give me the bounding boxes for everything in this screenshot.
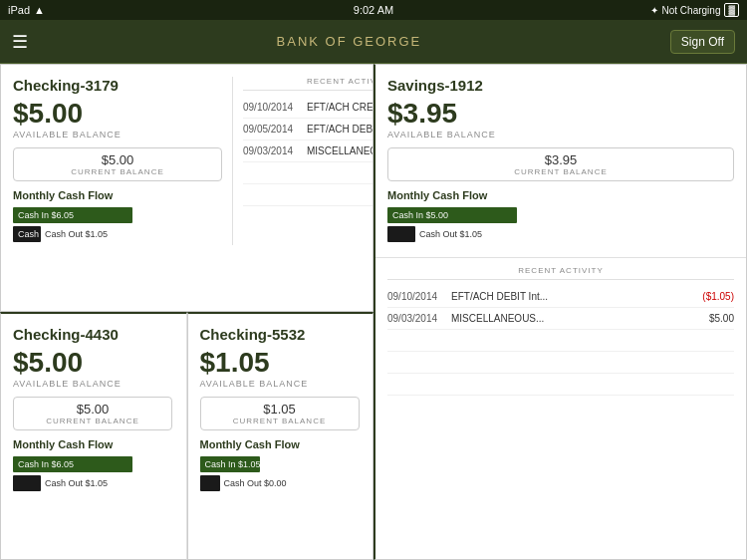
checking-3179-cashout-row: Cash Out $1.05 Cash Out $1.05 bbox=[13, 226, 222, 242]
savings-1912-current-amount: $3.95 bbox=[396, 152, 725, 167]
activity-row-empty bbox=[387, 352, 734, 374]
checking-3179-cashout-label-extra: Cash Out $1.05 bbox=[45, 229, 108, 239]
activity-row[interactable]: 09/03/2014 MISCELLANEOUS C... $5.00 bbox=[243, 140, 374, 162]
activity-date: 09/10/2014 bbox=[243, 102, 301, 113]
checking-4430-cashout-row: Cash Out $1.05 bbox=[13, 475, 174, 491]
checking-5532-available-label: AVAILABLE BALANCE bbox=[200, 379, 362, 389]
activity-row[interactable]: 09/05/2014 EFT/ACH DEBIT Inter... ($1.05… bbox=[243, 119, 374, 140]
savings-1912-cashin-row: Cash In $5.00 bbox=[387, 207, 734, 223]
savings-1912-available-label: AVAILABLE BALANCE bbox=[387, 130, 734, 140]
wifi-icon: ▲ bbox=[34, 4, 45, 16]
activity-desc: EFT/ACH CREDIT I... bbox=[307, 102, 374, 113]
activity-row-empty bbox=[387, 374, 734, 396]
savings-1912-current-box: $3.95 CURRENT BALANCE bbox=[387, 147, 734, 181]
savings-1912-cashout-bar bbox=[387, 226, 415, 242]
status-time: 9:02 AM bbox=[354, 4, 393, 16]
savings-1912-available-balance: $3.95 bbox=[387, 98, 734, 130]
activity-date: 09/10/2014 bbox=[387, 291, 445, 302]
checking-3179-available-label: AVAILABLE BALANCE bbox=[13, 130, 222, 140]
savings-1912-top: Savings-1912 $3.95 AVAILABLE BALANCE $3.… bbox=[375, 65, 746, 257]
menu-button[interactable]: ☰ bbox=[12, 31, 28, 53]
checking-3179-current-amount: $5.00 bbox=[22, 152, 213, 167]
savings-1912-current-label: CURRENT BALANCE bbox=[396, 167, 725, 176]
activity-row-empty bbox=[243, 184, 374, 206]
checking-5532-current-box: $1.05 CURRENT BALANCE bbox=[200, 397, 360, 430]
checking-3179-cashflow-title: Monthly Cash Flow bbox=[13, 189, 222, 201]
savings-1912-cashflow-title: Monthly Cash Flow bbox=[387, 189, 734, 201]
checking-4430-cashin-row: Cash In $6.05 bbox=[13, 456, 174, 472]
checking-5532-cashin-row: Cash In $1.05 bbox=[200, 456, 362, 472]
checking-5532-current-amount: $1.05 bbox=[209, 402, 351, 417]
checking-3179-left: Checking-3179 $5.00 AVAILABLE BALANCE $5… bbox=[13, 77, 232, 245]
bottom-row: Checking-4430 $5.00 AVAILABLE BALANCE $5… bbox=[0, 312, 374, 560]
checking-5532-title: Checking-5532 bbox=[200, 326, 362, 343]
checking-5532-card: Checking-5532 $1.05 AVAILABLE BALANCE $1… bbox=[187, 312, 374, 560]
battery-icon: ▓ bbox=[724, 3, 739, 17]
checking-3179-current-box: $5.00 CURRENT BALANCE bbox=[13, 147, 222, 181]
checking-5532-cashflow-title: Monthly Cash Flow bbox=[200, 438, 362, 450]
checking-5532-available-balance: $1.05 bbox=[200, 347, 362, 379]
checking-5532-cashout-label: Cash Out $0.00 bbox=[224, 478, 287, 488]
checking-3179-card: Checking-3179 $5.00 AVAILABLE BALANCE $5… bbox=[0, 64, 374, 312]
checking-5532-cashin-bar: Cash In $1.05 bbox=[200, 456, 260, 472]
checking-4430-current-box: $5.00 CURRENT BALANCE bbox=[13, 397, 172, 430]
activity-desc: EFT/ACH DEBIT Int... bbox=[451, 291, 690, 302]
savings-1912-cashout-row: Cash Out $1.05 bbox=[387, 226, 734, 242]
checking-4430-cashout-label: Cash Out $1.05 bbox=[45, 478, 108, 488]
app-title: BANK OF GEORGE bbox=[277, 34, 422, 49]
checking-3179-cashin-bar: Cash In $6.05 bbox=[13, 207, 132, 223]
status-right: ✦ Not Charging ▓ bbox=[650, 3, 739, 17]
checking-4430-cashout-bar bbox=[13, 475, 41, 491]
activity-row[interactable]: 09/03/2014 MISCELLANEOUS... $5.00 bbox=[387, 308, 734, 330]
checking-4430-cashflow-title: Monthly Cash Flow bbox=[13, 438, 174, 450]
checking-3179-current-label: CURRENT BALANCE bbox=[22, 167, 213, 176]
checking-4430-cashin-bar: Cash In $6.05 bbox=[13, 456, 132, 472]
activity-amount: $5.00 bbox=[696, 313, 734, 324]
checking-3179-cashout-bar: Cash Out $1.05 bbox=[13, 226, 41, 242]
ipad-label: iPad bbox=[8, 4, 30, 16]
checking-4430-title: Checking-4430 bbox=[13, 326, 174, 343]
savings-1912-card: Savings-1912 $3.95 AVAILABLE BALANCE $3.… bbox=[374, 64, 747, 560]
activity-amount: ($1.05) bbox=[696, 291, 734, 302]
checking-5532-current-label: CURRENT BALANCE bbox=[209, 417, 351, 425]
savings-1912-cashin-bar: Cash In $5.00 bbox=[387, 207, 517, 223]
status-bar: iPad ▲ 9:02 AM ✦ Not Charging ▓ bbox=[0, 0, 747, 20]
bluetooth-icon: ✦ bbox=[650, 5, 658, 16]
checking-4430-card: Checking-4430 $5.00 AVAILABLE BALANCE $5… bbox=[0, 312, 187, 560]
activity-row[interactable]: 09/10/2014 EFT/ACH CREDIT I... $1.05 bbox=[243, 97, 374, 119]
checking-4430-current-amount: $5.00 bbox=[22, 402, 163, 417]
activity-date: 09/03/2014 bbox=[243, 145, 301, 156]
activity-desc: EFT/ACH DEBIT Inter... bbox=[307, 124, 374, 135]
activity-row[interactable]: 09/10/2014 EFT/ACH DEBIT Int... ($1.05) bbox=[387, 286, 734, 308]
activity-date: 09/03/2014 bbox=[387, 313, 445, 324]
activity-row-empty bbox=[243, 162, 374, 184]
checking-5532-cashout-row: Cash Out $0.00 bbox=[200, 475, 362, 491]
checking-3179-available-balance: $5.00 bbox=[13, 98, 222, 130]
activity-date: 09/05/2014 bbox=[243, 124, 301, 135]
savings-1912-cashout-label: Cash Out $1.05 bbox=[419, 229, 482, 239]
checking-4430-current-label: CURRENT BALANCE bbox=[22, 417, 163, 425]
header: ☰ BANK OF GEORGE Sign Off bbox=[0, 20, 747, 64]
checking-3179-recent-header: RECENT ACTIVITY bbox=[243, 77, 374, 91]
savings-1912-recent-header: RECENT ACTIVITY bbox=[387, 266, 734, 280]
checking-5532-cashout-bar bbox=[200, 475, 220, 491]
status-left: iPad ▲ bbox=[8, 4, 45, 16]
checking-3179-cashin-row: Cash In $6.05 bbox=[13, 207, 222, 223]
sign-off-button[interactable]: Sign Off bbox=[670, 30, 735, 54]
main-content: Checking-3179 $5.00 AVAILABLE BALANCE $5… bbox=[0, 64, 747, 560]
checking-4430-available-label: AVAILABLE BALANCE bbox=[13, 379, 174, 389]
checking-4430-available-balance: $5.00 bbox=[13, 347, 174, 379]
activity-desc: MISCELLANEOUS C... bbox=[307, 145, 374, 156]
activity-desc: MISCELLANEOUS... bbox=[451, 313, 690, 324]
battery-status: Not Charging bbox=[662, 5, 721, 16]
savings-1912-title: Savings-1912 bbox=[387, 77, 734, 94]
checking-3179-right: RECENT ACTIVITY 09/10/2014 EFT/ACH CREDI… bbox=[232, 77, 374, 245]
activity-row-empty bbox=[387, 330, 734, 352]
checking-3179-title: Checking-3179 bbox=[13, 77, 222, 94]
savings-1912-recent: RECENT ACTIVITY 09/10/2014 EFT/ACH DEBIT… bbox=[375, 258, 746, 559]
